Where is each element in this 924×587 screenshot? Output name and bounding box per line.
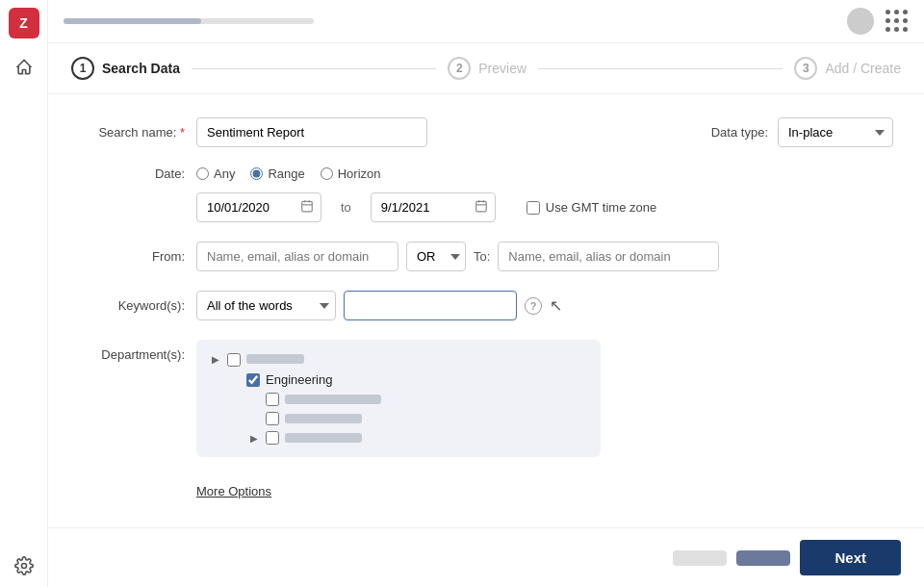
- tree-root-label: [246, 352, 304, 367]
- progress-bar: [64, 18, 314, 24]
- to-input[interactable]: [498, 242, 719, 271]
- to-text-label: To:: [474, 249, 490, 264]
- sidebar-item-home[interactable]: [11, 54, 38, 81]
- sidebar: Z: [0, 0, 48, 587]
- date-range-row: to Use GMT time zone: [79, 192, 893, 222]
- tree-item-blurred-2: ▶: [229, 409, 587, 428]
- data-type-select[interactable]: In-place Export Archive: [778, 117, 893, 147]
- date-options-row: Date: Any Range Horizon: [79, 166, 893, 181]
- tree-root-checkbox[interactable]: [227, 353, 241, 367]
- date-label: Date:: [79, 166, 185, 181]
- avatar: [847, 8, 874, 35]
- more-options-link[interactable]: More Options: [196, 484, 271, 498]
- tree-children: ▶ Engineering ▶ ▶: [210, 370, 587, 447]
- date-from-wrap: [196, 192, 321, 222]
- engineering-checkbox[interactable]: [246, 373, 260, 387]
- gmt-checkbox-wrap: Use GMT time zone: [526, 200, 656, 215]
- date-to-wrap: [371, 192, 496, 222]
- to-separator: to: [341, 200, 351, 215]
- department-row: Department(s): ▶ ▶ Engineering: [79, 340, 893, 457]
- wizard-step-2[interactable]: 2 Preview: [448, 57, 526, 80]
- date-from-input[interactable]: [196, 192, 321, 222]
- keywords-type-select[interactable]: All of the words Any of the words Exact …: [196, 291, 336, 320]
- keywords-row: Keyword(s): All of the words Any of the …: [79, 291, 893, 320]
- keywords-label: Keyword(s):: [79, 298, 185, 313]
- date-any-option[interactable]: Any: [196, 166, 235, 181]
- tree-item-engineering: ▶ Engineering: [229, 370, 587, 390]
- wizard-label-2: Preview: [478, 61, 526, 76]
- wizard-circle-2: 2: [448, 57, 471, 80]
- main-content: 1 Search Data 2 Preview 3 Add / Create S…: [48, 0, 924, 587]
- or-select[interactable]: OR AND: [406, 242, 466, 271]
- search-name-input[interactable]: [196, 117, 427, 147]
- date-any-radio[interactable]: [196, 167, 209, 180]
- data-type-label: Data type:: [711, 125, 768, 140]
- wizard-circle-1: 1: [71, 57, 94, 80]
- tree-expand-icon[interactable]: ▶: [210, 354, 221, 366]
- required-asterisk: *: [180, 125, 185, 140]
- date-horizon-radio[interactable]: [321, 167, 333, 180]
- help-icon[interactable]: ?: [525, 297, 542, 315]
- progress-fill: [64, 18, 201, 24]
- from-to-row: From: OR AND To:: [79, 242, 893, 271]
- tree-item-blurred-3: ▶: [229, 428, 587, 447]
- tree-blurred-checkbox-1[interactable]: [266, 393, 279, 406]
- wizard-step-1[interactable]: 1 Search Data: [71, 57, 180, 80]
- gmt-label: Use GMT time zone: [546, 200, 656, 215]
- wizard-line-2: [538, 68, 783, 69]
- search-name-label: Search name: *: [79, 125, 185, 140]
- settings-icon[interactable]: [11, 552, 38, 579]
- cancel-button[interactable]: [673, 550, 727, 566]
- wizard-label-1: Search Data: [102, 61, 180, 76]
- footer: Next: [48, 527, 924, 587]
- date-horizon-option[interactable]: Horizon: [321, 166, 381, 181]
- topbar-right: [847, 8, 909, 35]
- search-name-row: Search name: * Data type: In-place Expor…: [79, 117, 893, 147]
- tree-expand-icon-3[interactable]: ▶: [248, 432, 260, 444]
- wizard-step-3[interactable]: 3 Add / Create: [794, 57, 901, 80]
- tree-blurred-checkbox-2[interactable]: [266, 412, 279, 425]
- data-type-row: Data type: In-place Export Archive: [711, 117, 893, 147]
- topbar: [48, 0, 924, 43]
- next-button[interactable]: Next: [800, 540, 901, 575]
- date-range-option[interactable]: Range: [250, 166, 304, 181]
- back-button[interactable]: [736, 550, 790, 566]
- keywords-text-input[interactable]: [344, 291, 517, 320]
- wizard-label-3: Add / Create: [825, 61, 901, 76]
- from-input[interactable]: [196, 242, 398, 271]
- date-options: Any Range Horizon: [196, 166, 381, 181]
- date-range-radio[interactable]: [250, 167, 263, 180]
- wizard-line-1: [192, 68, 436, 69]
- tree-blurred-checkbox-3[interactable]: [266, 431, 279, 445]
- from-label: From:: [79, 249, 185, 264]
- wizard-circle-3: 3: [794, 57, 817, 80]
- app-grid-icon[interactable]: [886, 10, 909, 33]
- engineering-label: Engineering: [266, 372, 332, 387]
- gmt-checkbox[interactable]: [526, 201, 540, 215]
- form-area: Search name: * Data type: In-place Expor…: [48, 94, 924, 527]
- app-logo[interactable]: Z: [9, 8, 39, 38]
- svg-point-0: [21, 564, 26, 569]
- dept-label: Department(s):: [79, 347, 185, 362]
- cursor-icon: ↖: [550, 296, 562, 315]
- keywords-section: All of the words Any of the words Exact …: [196, 291, 562, 320]
- department-tree: ▶ ▶ Engineering ▶: [196, 340, 601, 457]
- tree-item-blurred-1: ▶: [229, 390, 587, 409]
- from-to-section: OR AND To:: [196, 242, 719, 271]
- date-to-input[interactable]: [371, 192, 496, 222]
- tree-item-root: ▶: [210, 349, 587, 370]
- wizard-steps: 1 Search Data 2 Preview 3 Add / Create: [48, 43, 924, 94]
